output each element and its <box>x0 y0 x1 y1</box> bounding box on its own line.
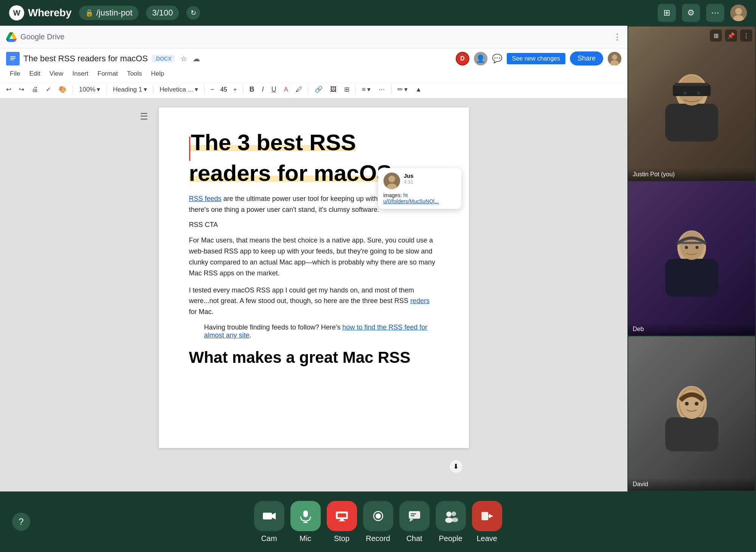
menu-insert[interactable]: Insert <box>68 68 92 79</box>
text-color-button[interactable]: A <box>281 84 291 95</box>
justin-top-bar: ⊞ 📌 ⋮ <box>628 26 755 45</box>
menu-file[interactable]: File <box>6 68 24 79</box>
chat-bubble-header: Jus 4:31 <box>383 173 456 189</box>
cam-label: Cam <box>261 534 277 543</box>
people-button[interactable] <box>436 501 466 531</box>
svg-point-47 <box>452 512 456 516</box>
svg-point-30 <box>685 402 689 406</box>
reders-link[interactable]: reders <box>410 297 430 305</box>
font-size-increase[interactable]: + <box>230 84 240 95</box>
svg-rect-27 <box>665 417 718 451</box>
more-format-button[interactable]: ⋯ <box>376 84 388 95</box>
collapse-button[interactable]: ▲ <box>412 84 425 95</box>
zoom-select[interactable]: 100% ▾ <box>76 84 103 95</box>
record-button[interactable] <box>363 501 393 531</box>
menu-edit[interactable]: Edit <box>25 68 44 79</box>
doc-heading-highlight: The 3 best RSSreaders for macOS <box>189 145 392 182</box>
gdrive-logo-icon <box>6 32 17 42</box>
font-size-decrease[interactable]: − <box>208 84 217 95</box>
stop-button[interactable] <box>327 501 357 531</box>
separator-3 <box>153 85 154 94</box>
comment-icon[interactable]: 💬 <box>492 54 502 64</box>
link-button[interactable]: 🔗 <box>312 84 326 95</box>
spellcheck-button[interactable]: ✓ <box>43 84 54 95</box>
doc-title-right: D 👤 💬 See new changes Share <box>456 51 621 65</box>
star-icon[interactable]: ☆ <box>180 54 187 63</box>
help-button[interactable]: ? <box>12 513 30 531</box>
menu-format[interactable]: Format <box>94 68 122 79</box>
underline-button[interactable]: U <box>269 84 279 95</box>
print-button[interactable]: 🖨 <box>29 84 41 95</box>
doc-page-wrapper: ☰ The 3 best RSSreaders for macOS RSS fe… <box>159 107 469 482</box>
doc-para-2: For Mac users, that means the best choic… <box>189 235 439 278</box>
svg-point-48 <box>452 518 458 522</box>
svg-point-22 <box>680 231 704 260</box>
heading-style-select[interactable]: Heading 1 ▾ <box>110 84 150 95</box>
user-avatar-d: D <box>456 52 469 65</box>
italic-button[interactable]: I <box>259 84 267 95</box>
rss-feed-link[interactable]: how to find the RSS feed for almost any … <box>204 323 428 339</box>
grid-icon-button[interactable]: ⊞ <box>658 4 676 22</box>
edit-mode-button[interactable]: ✏ ▾ <box>394 84 411 95</box>
gdrive-title: Google Drive <box>20 33 65 41</box>
chat-button[interactable] <box>399 501 430 531</box>
refresh-button[interactable]: ↻ <box>186 6 200 20</box>
menu-help[interactable]: Help <box>147 68 168 79</box>
more-icon-button[interactable]: ⋯ <box>706 4 724 22</box>
gdrive-bar: Google Drive ⋮ <box>0 26 627 48</box>
scroll-to-bottom-button[interactable]: ⬇ <box>449 460 463 473</box>
svg-rect-33 <box>303 510 308 517</box>
gdrive-dots[interactable]: ⋮ <box>613 32 621 42</box>
mic-button[interactable] <box>290 501 321 531</box>
image-button[interactable]: 🖼 <box>327 84 340 95</box>
menu-view[interactable]: View <box>46 68 67 79</box>
cam-button[interactable] <box>254 501 284 531</box>
heading-style-value: Heading 1 <box>113 86 142 93</box>
justin-more-icon[interactable]: ⋮ <box>740 30 752 42</box>
bold-button[interactable]: B <box>246 84 257 95</box>
video-tile-justin: ⊞ 📌 ⋮ Justin Pot (you) <box>628 26 755 181</box>
undo-button[interactable]: ↩ <box>3 84 14 95</box>
logo-icon: W <box>9 5 24 20</box>
share-button[interactable]: Share <box>570 51 603 65</box>
cam-button-group: Cam <box>254 501 284 543</box>
justin-grid-icon[interactable]: ⊞ <box>710 30 722 42</box>
highlight-button[interactable]: 🖊 <box>293 84 305 95</box>
redo-button[interactable]: ↪ <box>16 84 27 95</box>
bottom-bar: ? Cam Mic <box>0 491 756 552</box>
chat-bubble-link-text: ht <box>403 192 408 198</box>
counter-pill: 3/100 <box>146 6 179 20</box>
deb-label: Deb <box>628 323 755 336</box>
chat-bubble-name: Jus <box>404 173 414 179</box>
leave-label: Leave <box>477 534 497 543</box>
menu-tools[interactable]: Tools <box>123 68 146 79</box>
cloud-icon[interactable]: ☁ <box>192 54 200 63</box>
leave-button[interactable] <box>472 501 502 531</box>
top-bar: W Whereby 🔒 /justin-pot 3/100 ↻ ⊞ ⚙ ⋯ <box>0 0 756 26</box>
cursor-bar <box>189 137 190 161</box>
video-panel: ⊞ 📌 ⋮ Justin Pot (you) <box>627 26 756 491</box>
svg-point-8 <box>612 54 617 60</box>
svg-rect-43 <box>411 513 416 515</box>
doc-user-avatar <box>608 52 621 65</box>
svg-rect-38 <box>340 519 344 521</box>
chat-bubble-link[interactable]: u/0/folders/Muc5uNQl... <box>383 198 456 204</box>
doc-h2: What makes a great Mac RSS <box>189 348 439 367</box>
font-select[interactable]: Helvetica ... ▾ <box>157 84 201 95</box>
svg-point-31 <box>695 402 699 406</box>
paintformat-button[interactable]: 🎨 <box>56 84 70 95</box>
sidebar-toggle-icon[interactable]: ☰ <box>140 111 148 122</box>
svg-rect-16 <box>673 85 711 96</box>
format-toolbar: ↩ ↪ 🖨 ✓ 🎨 100% ▾ Heading 1 ▾ Helvetica .… <box>0 82 627 98</box>
deb-name: Deb <box>633 326 644 332</box>
table-button[interactable]: ⊞ <box>341 84 352 95</box>
svg-point-25 <box>695 246 699 249</box>
justin-pin-icon[interactable]: 📌 <box>725 30 737 42</box>
video-tile-david: David <box>628 336 755 491</box>
leave-button-group: Leave <box>472 501 502 543</box>
rss-feeds-link[interactable]: RSS feeds <box>189 195 222 202</box>
settings-icon-button[interactable]: ⚙ <box>682 4 700 22</box>
align-button[interactable]: ≡ ▾ <box>359 84 374 95</box>
see-new-changes-button[interactable]: See new changes <box>507 53 565 64</box>
user-avatar <box>730 5 747 21</box>
